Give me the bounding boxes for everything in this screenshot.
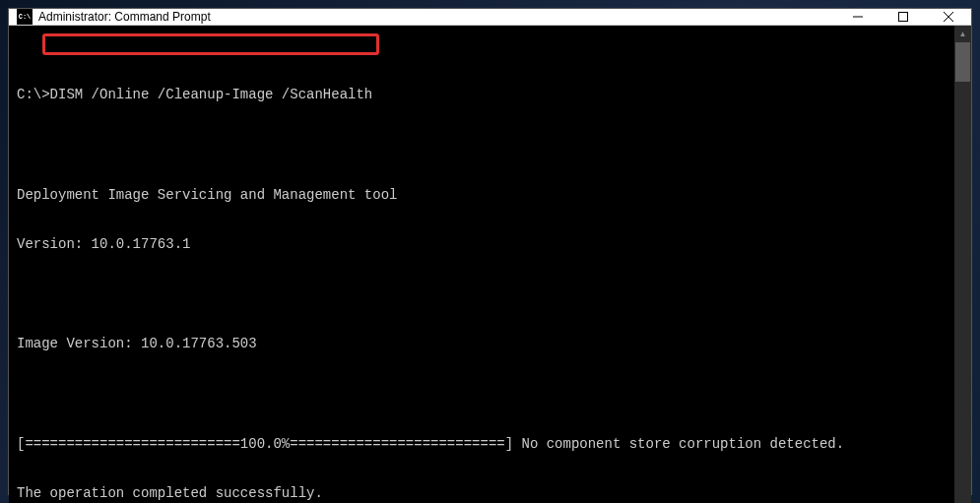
scroll-up-arrow-icon[interactable]: ▲ [954,26,971,42]
command-highlight-box [42,33,379,55]
maximize-icon [898,12,908,22]
app-icon-text: C:\ [19,13,32,21]
prompt-prefix: C:\> [17,87,50,102]
close-icon [944,12,953,22]
command-prompt-window: C:\ Administrator: Command Prompt C:\>DI… [8,8,972,495]
window-controls [835,9,971,25]
entered-command: DISM /Online /Cleanup-Image /ScanHealth [50,87,373,102]
scrollbar-thumb[interactable] [955,42,970,82]
terminal-area[interactable]: C:\>DISM /Online /Cleanup-Image /ScanHea… [9,26,971,503]
minimize-icon [853,12,863,22]
app-icon: C:\ [17,9,33,25]
command-line: C:\>DISM /Online /Cleanup-Image /ScanHea… [17,87,947,103]
output-completion: The operation completed successfully. [17,485,947,502]
minimize-button[interactable] [835,9,881,25]
blank-line [17,137,947,154]
vertical-scrollbar[interactable]: ▲ ▼ [954,26,971,503]
output-version: Version: 10.0.17763.1 [17,236,947,253]
maximize-button[interactable] [881,9,926,25]
blank-line [17,286,947,303]
output-image-version: Image Version: 10.0.17763.503 [17,336,947,352]
blank-line [17,386,947,403]
svg-rect-1 [899,13,908,22]
output-tool-name: Deployment Image Servicing and Managemen… [17,187,947,204]
close-button[interactable] [926,9,971,25]
terminal-content[interactable]: C:\>DISM /Online /Cleanup-Image /ScanHea… [9,26,954,503]
window-title: Administrator: Command Prompt [38,10,835,24]
titlebar[interactable]: C:\ Administrator: Command Prompt [9,9,971,26]
output-progress: [==========================100.0%=======… [17,436,947,453]
